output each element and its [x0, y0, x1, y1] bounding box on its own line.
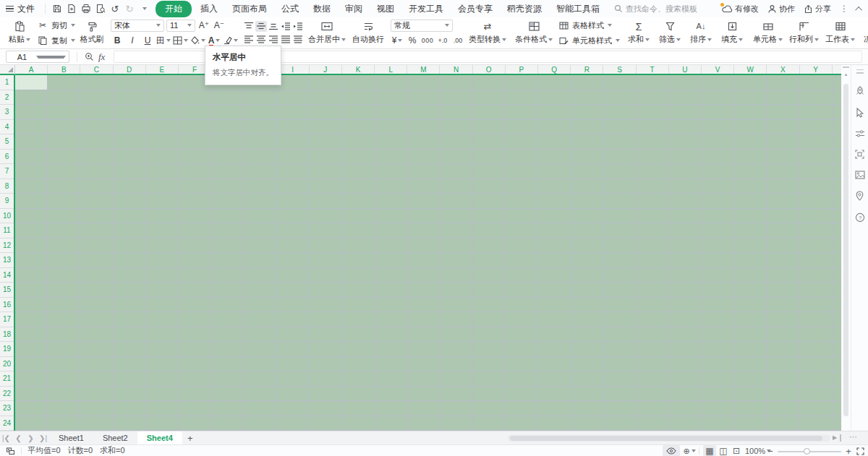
sort-button[interactable]: A↓ 排序	[686, 19, 715, 48]
vertical-scrollbar[interactable]: ▲	[841, 65, 851, 431]
fill-button[interactable]: 填充	[718, 19, 746, 48]
row-header-3[interactable]: 3	[0, 105, 14, 120]
column-header-r[interactable]: R	[571, 65, 603, 74]
sheet-tab-sheet1[interactable]: Sheet1	[49, 431, 93, 444]
cells-button[interactable]: 单元格	[751, 19, 785, 48]
rocket-icon[interactable]	[855, 86, 865, 96]
row-header-21[interactable]: 21	[0, 371, 14, 387]
row-header-22[interactable]: 22	[0, 387, 14, 402]
column-header-s[interactable]: S	[603, 65, 636, 74]
thousands-format-button[interactable]: 000	[421, 35, 434, 47]
selection-crop-icon[interactable]	[855, 150, 864, 159]
horizontal-scroll-thumb[interactable]	[510, 436, 822, 441]
sum-button[interactable]: Σ 求和	[624, 19, 653, 48]
row-header-7[interactable]: 7	[0, 164, 14, 179]
copy-button[interactable]: 复制	[36, 35, 75, 47]
column-header-d[interactable]: D	[114, 65, 146, 74]
row-header-14[interactable]: 14	[0, 268, 14, 283]
horizontal-scrollbar[interactable]	[508, 435, 830, 442]
select-all-corner[interactable]	[0, 65, 15, 75]
rows-cols-button[interactable]: 行和列	[787, 19, 821, 48]
column-header-w[interactable]: W	[734, 65, 767, 74]
row-header-5[interactable]: 5	[0, 134, 14, 150]
increase-indent-button[interactable]	[292, 21, 304, 32]
column-header-a[interactable]: A	[15, 65, 48, 74]
horizontal-center-button[interactable]	[255, 34, 267, 45]
menu-tab-2[interactable]: 页面布局	[225, 1, 274, 17]
zoom-slider[interactable]	[778, 451, 841, 452]
help-icon[interactable]: ?	[855, 212, 865, 223]
zoom-out-icon[interactable]: −	[765, 445, 775, 456]
collapse-ribbon-icon[interactable]	[855, 6, 862, 13]
highlight-cells-icon[interactable]	[6, 447, 15, 455]
column-header-q[interactable]: Q	[538, 65, 571, 74]
column-header-l[interactable]: L	[375, 65, 407, 74]
sheetbar-more-icon[interactable]: ⋯	[849, 432, 858, 442]
align-bottom-button[interactable]	[268, 21, 279, 32]
decrease-font-icon[interactable]: A⁻	[213, 20, 226, 32]
worksheet-button[interactable]: 工作表	[823, 19, 857, 48]
column-header-i[interactable]: I	[277, 65, 310, 74]
zoom-in-icon[interactable]: +	[843, 445, 854, 456]
scroll-up-icon[interactable]: ▲	[841, 72, 851, 77]
row-header-15[interactable]: 15	[0, 283, 14, 298]
type-convert-button[interactable]: ⇄ 类型转换	[467, 19, 509, 48]
font-size-select[interactable]: 11	[166, 20, 195, 32]
row-header-12[interactable]: 12	[0, 238, 14, 254]
zoom-slider-knob[interactable]	[804, 448, 810, 455]
column-header-p[interactable]: P	[506, 65, 538, 74]
column-header-n[interactable]: N	[440, 65, 472, 74]
active-cell-a1[interactable]	[15, 75, 47, 90]
cells-area[interactable]	[15, 75, 841, 431]
command-search[interactable]: 查找命令、搜索模板	[614, 4, 697, 14]
menu-tab-10[interactable]: 智能工具箱	[549, 1, 607, 17]
save-icon[interactable]	[50, 1, 64, 16]
menu-tab-9[interactable]: 稻壳资源	[500, 1, 549, 17]
rail-handle[interactable]	[856, 72, 864, 74]
first-sheet-icon[interactable]: |❮	[0, 431, 12, 444]
decrease-indent-button[interactable]	[280, 21, 292, 32]
font-name-select[interactable]: 宋体	[111, 20, 164, 32]
sliders-icon[interactable]	[855, 129, 865, 138]
row-header-8[interactable]: 8	[0, 179, 14, 194]
image-edit-icon[interactable]	[855, 171, 865, 179]
row-header-16[interactable]: 16	[0, 298, 14, 313]
distributed-button[interactable]	[292, 34, 304, 45]
share-button[interactable]: 分享	[804, 4, 831, 14]
fill-color-button[interactable]	[190, 35, 205, 47]
row-header-11[interactable]: 11	[0, 223, 14, 238]
menu-tab-7[interactable]: 开发工具	[401, 1, 451, 17]
column-header-o[interactable]: O	[473, 65, 506, 74]
split-handle[interactable]	[843, 66, 849, 68]
sync-status[interactable]: 有修改	[722, 4, 759, 14]
menu-tab-0[interactable]: 开始	[156, 1, 192, 17]
align-right-button[interactable]	[268, 34, 279, 45]
row-header-10[interactable]: 10	[0, 209, 14, 224]
menu-tab-3[interactable]: 公式	[274, 1, 306, 17]
vertical-scroll-thumb[interactable]	[843, 84, 848, 416]
column-header-u[interactable]: U	[669, 65, 702, 74]
borders-button[interactable]: 田	[156, 35, 171, 47]
row-header-23[interactable]: 23	[0, 401, 14, 416]
name-box[interactable]: A1	[6, 51, 69, 63]
freeze-panes-button[interactable]: 冻结窗格	[861, 19, 868, 48]
font-color-button[interactable]: A	[208, 35, 221, 47]
increase-decimal-button[interactable]: +.0	[436, 35, 449, 47]
more-options-icon[interactable]: ⋮	[840, 4, 848, 14]
format-painter-button[interactable]: 格式刷	[77, 19, 106, 48]
column-header-j[interactable]: J	[310, 65, 342, 74]
location-icon[interactable]	[855, 191, 864, 201]
locate-cell-icon[interactable]: ⊕	[681, 445, 697, 456]
customize-quick-access-icon[interactable]	[137, 1, 151, 16]
row-header-24[interactable]: 24	[0, 416, 14, 431]
column-header-v[interactable]: V	[702, 65, 734, 74]
align-top-button[interactable]	[243, 21, 255, 32]
column-header-b[interactable]: B	[48, 65, 80, 74]
menu-tab-6[interactable]: 视图	[370, 1, 401, 17]
row-header-19[interactable]: 19	[0, 342, 14, 357]
fullscreen-icon[interactable]	[854, 445, 866, 456]
number-format-select[interactable]: 常规	[391, 20, 453, 32]
rail-handle[interactable]	[856, 69, 864, 71]
cell-style-button[interactable]: 单元格样式	[557, 35, 620, 47]
column-header-k[interactable]: K	[342, 65, 375, 74]
